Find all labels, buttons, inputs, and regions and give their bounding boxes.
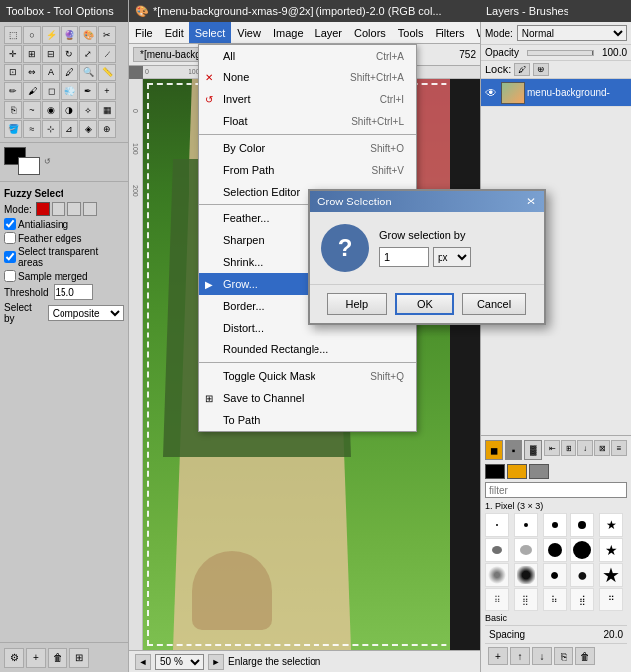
tool-eraser[interactable]: ◻ bbox=[42, 82, 60, 100]
tool-ellipse-select[interactable]: ○ bbox=[23, 26, 41, 44]
lock-pixels-btn[interactable]: 🖊 bbox=[514, 63, 530, 76]
menu-filters[interactable]: Filters bbox=[430, 22, 471, 43]
tool-color-picker[interactable]: 🖊 bbox=[61, 64, 78, 81]
tool-extra4[interactable]: ⊕ bbox=[98, 120, 116, 138]
brush-cell[interactable] bbox=[514, 513, 538, 537]
cancel-button[interactable]: Cancel bbox=[462, 293, 526, 315]
menu-select-all[interactable]: All Ctrl+A bbox=[199, 45, 416, 67]
brush-tab-gradient[interactable]: ▓ bbox=[524, 440, 542, 460]
toolbox-extra-btn[interactable]: ⊞ bbox=[69, 648, 89, 668]
layers-mode-select[interactable]: Normal Multiply Screen bbox=[517, 25, 627, 41]
layers-down-btn[interactable]: ↓ bbox=[532, 647, 552, 665]
brush-nav-btn3[interactable]: ↓ bbox=[577, 440, 593, 456]
select-by-dropdown[interactable]: Composite Red Green Blue Alpha bbox=[48, 305, 124, 321]
extra-swatch[interactable] bbox=[529, 464, 549, 479]
threshold-input[interactable] bbox=[54, 284, 93, 300]
antialiasing-checkbox[interactable] bbox=[4, 218, 16, 230]
menu-select-quick-mask[interactable]: Toggle Quick Mask Shift+Q bbox=[199, 365, 416, 387]
brush-tab-color[interactable]: ◼ bbox=[485, 440, 503, 460]
tool-align[interactable]: ⊞ bbox=[23, 45, 41, 63]
tool-airbrush[interactable]: 💨 bbox=[61, 82, 78, 100]
zoom-select[interactable]: 50 % 100 % 25 % bbox=[155, 654, 204, 670]
tool-free-select[interactable]: ⚡ bbox=[42, 26, 60, 44]
tool-heal[interactable]: + bbox=[98, 82, 116, 100]
tool-perspective[interactable]: ⊡ bbox=[4, 64, 22, 81]
menu-file[interactable]: File bbox=[129, 22, 159, 43]
layer-eye-icon[interactable]: 👁 bbox=[485, 86, 499, 100]
lock-position-btn[interactable]: ⊕ bbox=[533, 63, 549, 76]
menu-layer[interactable]: Layer bbox=[310, 22, 349, 43]
menu-select-none[interactable]: ✕ None Shift+Ctrl+A bbox=[199, 67, 416, 88]
bg-color-swatch[interactable] bbox=[507, 464, 527, 479]
feather-checkbox[interactable] bbox=[4, 232, 16, 244]
brush-nav-btn4[interactable]: ⊠ bbox=[594, 440, 610, 456]
tool-extra2[interactable]: ⊿ bbox=[61, 120, 78, 138]
brush-cell[interactable]: ⠷ bbox=[543, 588, 567, 611]
menu-edit[interactable]: Edit bbox=[159, 22, 189, 43]
zoom-nav-left[interactable]: ◄ bbox=[135, 654, 151, 670]
brush-cell[interactable] bbox=[514, 538, 538, 562]
brush-cell[interactable]: ★ bbox=[599, 513, 623, 537]
mode-replace[interactable] bbox=[36, 202, 50, 216]
menu-tools[interactable]: Tools bbox=[392, 22, 430, 43]
tool-warp[interactable]: ≈ bbox=[23, 120, 41, 138]
tool-fuzzy-select[interactable]: 🔮 bbox=[61, 26, 78, 44]
tool-blend[interactable]: ▦ bbox=[98, 101, 116, 119]
tool-rotate[interactable]: ↻ bbox=[61, 45, 78, 63]
transparent-checkbox[interactable] bbox=[4, 251, 16, 263]
tool-path[interactable]: ⟡ bbox=[79, 101, 97, 119]
layers-new-btn[interactable]: + bbox=[488, 647, 508, 665]
tool-scissors[interactable]: ✂ bbox=[98, 26, 116, 44]
brush-cell[interactable]: ⣿ bbox=[514, 588, 538, 611]
background-color[interactable] bbox=[18, 157, 40, 175]
menu-select-by-color[interactable]: By Color Shift+O bbox=[199, 137, 416, 159]
dialog-close-button[interactable]: ✕ bbox=[526, 195, 536, 208]
menu-image[interactable]: Image bbox=[267, 22, 310, 43]
tool-measure[interactable]: 📏 bbox=[98, 64, 116, 81]
menu-select-invert[interactable]: ↺ Invert Ctrl+I bbox=[199, 88, 416, 110]
menu-select-save-channel[interactable]: ⊞ Save to Channel bbox=[199, 387, 416, 409]
menu-view[interactable]: View bbox=[231, 22, 267, 43]
tool-paintbrush[interactable]: 🖌 bbox=[23, 82, 41, 100]
layers-dup-btn[interactable]: ⎘ bbox=[554, 647, 573, 665]
tool-clone[interactable]: ⎘ bbox=[4, 101, 22, 119]
brush-filter-input[interactable] bbox=[485, 482, 627, 498]
brush-cell[interactable]: ● bbox=[543, 563, 567, 587]
brush-cell[interactable] bbox=[485, 538, 509, 562]
brush-cell[interactable]: ★ bbox=[599, 563, 623, 587]
zoom-nav-right[interactable]: ► bbox=[208, 654, 224, 670]
ok-button[interactable]: OK bbox=[395, 293, 454, 315]
brush-cell[interactable] bbox=[514, 563, 538, 587]
tool-smudge[interactable]: ~ bbox=[23, 101, 41, 119]
brush-nav-btn1[interactable]: ⇤ bbox=[544, 440, 560, 456]
brush-cell[interactable] bbox=[485, 563, 509, 587]
brush-nav-btn5[interactable]: ≡ bbox=[611, 440, 627, 456]
brush-cell[interactable]: ⣾ bbox=[570, 588, 594, 611]
brush-cell[interactable]: ⠛ bbox=[599, 588, 623, 611]
menu-select-rounded-rect[interactable]: Rounded Rectangle... bbox=[199, 338, 416, 360]
tool-shear[interactable]: ⟋ bbox=[98, 45, 116, 63]
brush-cell[interactable]: ⠿ bbox=[485, 588, 509, 611]
layer-item[interactable]: 👁 menu-background- bbox=[481, 79, 631, 107]
brush-cell[interactable] bbox=[543, 513, 567, 537]
tool-convolve[interactable]: ◉ bbox=[42, 101, 60, 119]
fg-color-swatch[interactable] bbox=[485, 464, 505, 479]
tool-magnify[interactable]: 🔍 bbox=[79, 64, 97, 81]
brush-cell[interactable] bbox=[570, 513, 594, 537]
toolbox-delete-btn[interactable]: 🗑 bbox=[48, 648, 67, 668]
tool-crop[interactable]: ⊟ bbox=[42, 45, 60, 63]
menu-select-float[interactable]: Float Shift+Ctrl+L bbox=[199, 110, 416, 132]
brush-cell[interactable] bbox=[570, 538, 594, 562]
opacity-slider[interactable] bbox=[527, 50, 594, 56]
toolbox-new-btn[interactable]: + bbox=[26, 648, 46, 668]
mode-intersect[interactable] bbox=[83, 202, 97, 216]
brush-tab-pattern[interactable]: ▪ bbox=[505, 440, 523, 460]
tool-flip[interactable]: ⇔ bbox=[23, 64, 41, 81]
layers-up-btn[interactable]: ↑ bbox=[510, 647, 530, 665]
grow-value-input[interactable] bbox=[379, 247, 429, 267]
tool-extra1[interactable]: ⊹ bbox=[42, 120, 60, 138]
brush-cell[interactable]: ● bbox=[570, 563, 594, 587]
menu-select-to-path[interactable]: To Path bbox=[199, 409, 416, 431]
brush-cell[interactable]: ★ bbox=[599, 538, 623, 562]
tool-extra3[interactable]: ◈ bbox=[79, 120, 97, 138]
